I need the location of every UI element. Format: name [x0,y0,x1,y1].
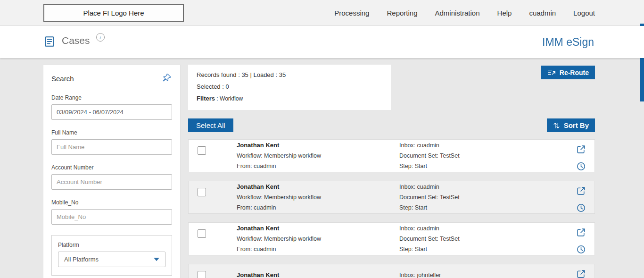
cases-icon [43,35,56,50]
page-header: Cases i IMM eSign [0,26,644,58]
account-number-input[interactable] [51,174,172,190]
mobile-no-input[interactable] [51,209,172,225]
case-docset: Document Set: TestSet [399,151,576,161]
top-nav: Processing Reporting Administration Help… [334,9,595,17]
nav-processing[interactable]: Processing [334,9,369,17]
results-summary: Records found : 35 | Loaded : 35 Selecte… [188,65,391,110]
case-from: From: cuadmin [237,161,399,171]
date-range-input[interactable] [51,104,172,120]
case-checkbox[interactable] [198,146,206,155]
open-case-icon[interactable] [576,227,586,239]
chevron-down-caret [154,258,159,261]
fi-logo-placeholder: Place FI Logo Here [43,4,184,22]
brand-title: IMM eSign [542,36,594,49]
case-row: Jonathan Kent Workflow: Membership workf… [188,222,595,255]
platform-group: Platform All Platforms [51,235,172,276]
case-inbox: Inbox: johnteller [399,270,576,278]
case-name: Jonathan Kent [237,182,399,192]
case-docset: Document Set: TestSet [399,192,576,202]
nav-help[interactable]: Help [497,9,512,17]
open-case-icon[interactable] [576,144,586,156]
filters-value: : Workflow [216,95,243,102]
account-number-label: Account Number [51,164,172,171]
nav-logout[interactable]: Logout [573,9,595,17]
info-icon[interactable]: i [96,33,105,42]
case-row: Jonathan Kent Workflow: Membership workf… [188,181,595,214]
history-clock-icon[interactable] [576,161,586,173]
filters-label: Filters [197,95,215,102]
case-inbox: Inbox: cuadmin [399,182,576,192]
case-workflow: Workflow: Membership workflow [237,234,399,244]
history-clock-icon[interactable] [576,244,586,256]
case-name: Jonathan Kent [237,140,399,151]
nav-username[interactable]: cuadmin [529,9,556,17]
pin-icon[interactable] [162,73,172,85]
open-case-icon[interactable] [576,186,586,198]
platform-select[interactable]: All Platforms [58,252,165,267]
case-step: Step: Start [399,202,576,213]
nav-administration[interactable]: Administration [435,9,480,17]
case-inbox: Inbox: cuadmin [399,223,576,234]
full-name-input[interactable] [51,139,172,155]
page-title: Cases [62,34,90,47]
search-panel-title: Search [51,73,74,83]
case-docset: Document Set: TestSet [399,234,576,244]
reroute-icon [547,69,556,76]
case-from: From: cuadmin [237,244,399,254]
case-workflow: Workflow: Membership workflow [237,151,399,161]
case-name: Jonathan Kent [237,223,399,234]
nav-reporting[interactable]: Reporting [387,9,417,17]
selected-count-text: Selected : 0 [197,83,382,91]
platform-label: Platform [58,242,165,248]
sort-by-button[interactable]: Sort By [547,118,595,132]
fi-logo-text: Place FI Logo Here [83,9,144,17]
history-clock-icon[interactable] [576,203,586,215]
date-range-label: Date Range [51,94,172,101]
reroute-button[interactable]: Re-Route [541,66,595,79]
case-checkbox[interactable] [198,229,206,238]
content-area: Search Date Range Full Name Account Numb… [0,58,644,278]
case-from: From: cuadmin [237,202,399,213]
cases-main: Records found : 35 | Loaded : 35 Selecte… [188,65,595,278]
mobile-no-label: Mobile_No [51,199,172,206]
select-all-button[interactable]: Select All [188,118,233,132]
case-step: Step: Start [399,244,576,254]
case-row: Jonathan Kent Workflow: Membership workf… [188,264,595,278]
records-found-text: Records found : 35 | Loaded : 35 [197,71,382,79]
case-inbox: Inbox: cuadmin [399,140,576,151]
platform-selected-value: All Platforms [64,256,99,263]
filters-text: Filters : Workflow [197,95,382,102]
case-row: Jonathan Kent Workflow: Membership workf… [188,139,595,172]
case-checkbox[interactable] [198,188,206,196]
case-checkbox[interactable] [198,271,206,278]
sort-icon [553,122,560,129]
top-bar: Place FI Logo Here Processing Reporting … [0,0,644,26]
case-name: Jonathan Kent [237,270,399,278]
full-name-label: Full Name [51,129,172,136]
case-list: Jonathan Kent Workflow: Membership workf… [188,139,595,278]
open-case-icon[interactable] [576,269,586,278]
search-panel: Search Date Range Full Name Account Numb… [43,65,181,278]
case-workflow: Workflow: Membership workflow [237,192,399,202]
case-step: Step: Start [399,161,576,171]
